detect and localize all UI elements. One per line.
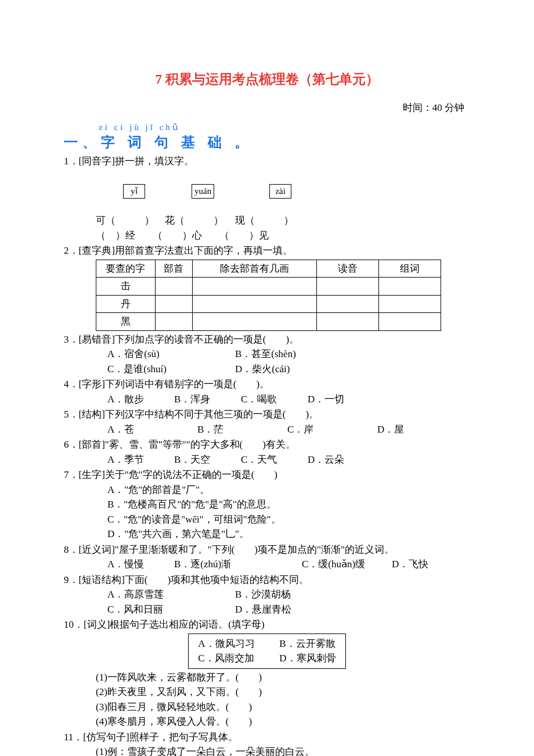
q10-s4: (4)寒冬腊月，寒风侵入人骨。( ) (64, 714, 470, 729)
q1-r2a: （ ）经 (96, 230, 135, 241)
q3-a: A．宿舍(sù) (107, 347, 235, 362)
q10-box-d: D．寒风刺骨 (279, 651, 335, 666)
q1-r1d: ） (214, 215, 223, 226)
q10-box-b: B．云开雾散 (279, 636, 335, 651)
q1-r2c: （ ）见 (219, 230, 269, 241)
q1-row2: （ ）经（ ）心（ ）见 (64, 228, 470, 243)
section1-header: 一、字 词 句 基 础 。 (64, 132, 470, 153)
q4-a: A．散步 (107, 392, 174, 407)
cell: 丹 (96, 295, 156, 313)
q6-d: D．云朵 (308, 452, 344, 467)
q4-opts: A．散步B．浑身C．喝歌D．一切 (64, 392, 470, 407)
q6-c: C．天气 (241, 452, 308, 467)
q1: 1．[同音字]拼一拼，填汉字。 yǐyuánzài 可（）花（）现（） （ ）经… (64, 154, 470, 243)
q1-r1c: 花（ (165, 215, 185, 226)
q10-box-a: A．微风习习 (198, 636, 279, 651)
q5-c: C．岸 (287, 422, 377, 437)
q1-p3: zài (269, 184, 291, 199)
q11: 11．[仿写句子]照样子，把句子写具体。 (1)例：雪孩子变成了一朵白云，一朵美… (64, 730, 470, 756)
cell: 黑 (96, 313, 156, 331)
q8: 8．[近义词]"屋子里渐渐暖和了。"下列( )项不是加点的"渐渐"的近义词。 A… (64, 542, 470, 572)
q1-r1a: 可（ (96, 215, 116, 226)
th-3: 除去部首有几画 (192, 260, 316, 278)
q10: 10．[词义]根据句子选出相应的词语。(填字母) A．微风习习B．云开雾散 C．… (64, 617, 470, 729)
q3-opts-1: A．宿舍(sù)B．甚至(shèn) (64, 347, 470, 362)
q1-p1: yǐ (123, 184, 145, 199)
q10-s1: (1)一阵风吹来，云雾都散开了。( ) (64, 670, 470, 685)
q1-stem: 1．[同音字]拼一拼，填汉字。 (64, 154, 470, 169)
q9-a: A．高原雪莲 (107, 587, 235, 602)
q7-b: B．"危楼高百尺"的"危"是"高"的意思。 (64, 497, 470, 512)
q5-b: B．茫 (197, 422, 287, 437)
q1-row1: 可（）花（）现（） (64, 213, 470, 228)
q6-a: A．季节 (107, 452, 174, 467)
q1-r1b: ） (145, 215, 154, 226)
q6: 6．[部首]"雾、雪、雷"等带""的字大多和( )有关。 A．季节B．天空C．天… (64, 437, 470, 467)
q8-d: D．飞快 (392, 557, 428, 572)
q5: 5．[结构]下列汉字中结构不同于其他三项的一项是( )。 A．苍B．茫C．岸D．… (64, 407, 470, 437)
q5-opts: A．苍B．茫C．岸D．屋 (64, 422, 470, 437)
q9-c: C．风和日丽 (107, 602, 235, 617)
q5-a: A．苍 (107, 422, 197, 437)
th-4: 读音 (316, 260, 378, 278)
q4-d: D．一切 (308, 392, 344, 407)
table-row: 丹 (96, 295, 441, 313)
q7-a: A．"危"的部首是"厂"。 (64, 483, 470, 498)
q7-c: C．"危"的读音是"wēi"，可组词"危险"。 (64, 512, 470, 527)
q7: 7．[生字]关于"危"字的说法不正确的一项是( ) A．"危"的部首是"厂"。 … (64, 467, 470, 542)
q1-r2b: （ ）心 (153, 230, 202, 241)
q8-opts: A．慢慢B．逐(zhú)渐C．缓(huǎn)缓D．飞快 (64, 557, 470, 572)
q11-s1a: (1)例：雪孩子变成了一朵白云，一朵美丽的白云。 (64, 744, 470, 756)
q10-s2: (2)昨天夜里，又刮风，又下雨。( ) (64, 685, 470, 700)
q2-stem: 2．[查字典]用部首查字法查出下面的字，再填一填。 (64, 243, 470, 258)
q4-c: C．喝歌 (241, 392, 308, 407)
q9-b: B．沙漠胡杨 (235, 587, 291, 602)
q3: 3．[易错音]下列加点字的读音不正确的一项是( )。 A．宿舍(sù)B．甚至(… (64, 332, 470, 377)
q1-pinyin-row: yǐyuánzài (64, 168, 470, 213)
q8-stem: 8．[近义词]"屋子里渐渐暖和了。"下列( )项不是加点的"渐渐"的近义词。 (64, 542, 470, 557)
q1-r1f: ） (284, 215, 294, 226)
q9-opts-1: A．高原雪莲B．沙漠胡杨 (64, 587, 470, 602)
q8-c: C．缓(huǎn)缓 (302, 557, 392, 572)
q6-opts: A．季节B．天空C．天气D．云朵 (64, 452, 470, 467)
q4-b: B．浑身 (174, 392, 241, 407)
th-5: 组词 (378, 260, 441, 278)
q3-b: B．甚至(shèn) (235, 347, 296, 362)
q3-stem: 3．[易错音]下列加点字的读音不正确的一项是( )。 (64, 332, 470, 347)
th-1: 要查的字 (96, 260, 156, 278)
th-2: 部首 (155, 260, 192, 278)
q8-a: A．慢慢 (107, 557, 174, 572)
q5-d: D．屋 (377, 422, 404, 437)
q7-stem: 7．[生字]关于"危"字的说法不正确的一项是( ) (64, 467, 470, 483)
time-info: 时间：40 分钟 (64, 100, 464, 116)
q10-stem: 10．[词义]根据句子选出相应的词语。(填字母) (64, 617, 470, 632)
q2-table: 要查的字 部首 除去部首有几画 读音 组词 击 丹 黑 (96, 260, 441, 331)
q3-d: D．柴火(cái) (235, 362, 290, 377)
q9-opts-2: C．风和日丽D．悬崖青松 (64, 602, 470, 617)
table-header-row: 要查的字 部首 除去部首有几画 读音 组词 (96, 260, 441, 278)
q6-stem: 6．[部首]"雾、雪、雷"等带""的字大多和( )有关。 (64, 437, 470, 452)
page-title: 7 积累与运用考点梳理卷（第七单元） (64, 70, 470, 90)
q4: 4．[字形]下列词语中有错别字的一项是( )。 A．散步B．浑身C．喝歌D．一切 (64, 377, 470, 406)
q10-box: A．微风习习B．云开雾散 C．风雨交加D．寒风刺骨 (188, 633, 345, 669)
q9-d: D．悬崖青松 (235, 602, 291, 617)
q4-stem: 4．[字形]下列词语中有错别字的一项是( )。 (64, 377, 470, 392)
q1-r1e: 现（ (235, 215, 255, 226)
q11-stem: 11．[仿写句子]照样子，把句子写具体。 (64, 730, 470, 745)
q5-stem: 5．[结构]下列汉字中结构不同于其他三项的一项是( )。 (64, 407, 470, 422)
cell: 击 (96, 278, 156, 296)
q10-s3: (3)阳春三月，微风轻轻地吹。( ) (64, 700, 470, 715)
q3-opts-2: C．是谁(shuí)D．柴火(cái) (64, 362, 470, 377)
table-row: 黑 (96, 313, 441, 331)
q1-p2: yuán (192, 184, 214, 199)
q8-b: B．逐(zhú)渐 (174, 557, 302, 572)
q6-b: B．天空 (174, 452, 241, 467)
q10-box-c: C．风雨交加 (198, 651, 279, 666)
q9: 9．[短语结构]下面( )项和其他项中短语的结构不同。 A．高原雪莲B．沙漠胡杨… (64, 573, 470, 617)
q7-d: D．"危"共六画，第六笔是"乚"。 (64, 527, 470, 542)
table-row: 击 (96, 278, 441, 296)
q9-stem: 9．[短语结构]下面( )项和其他项中短语的结构不同。 (64, 573, 470, 588)
q3-c: C．是谁(shuí) (107, 362, 235, 377)
q2: 2．[查字典]用部首查字法查出下面的字，再填一填。 要查的字 部首 除去部首有几… (64, 243, 470, 331)
